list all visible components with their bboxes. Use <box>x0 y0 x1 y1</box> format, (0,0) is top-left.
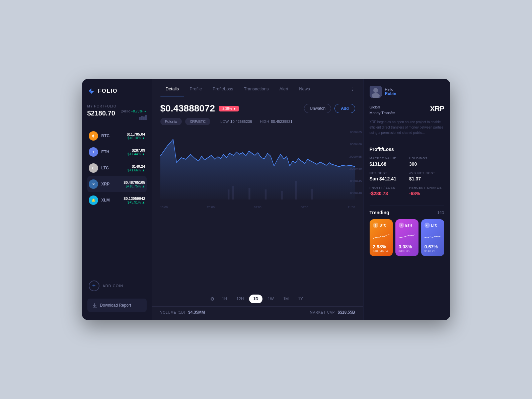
trend-card-ltc[interactable]: Ł LTC 0.67% $140.22 <box>421 219 444 256</box>
ltc-trend-pct: 0.67% <box>425 244 441 249</box>
btc-name: BTC <box>101 134 110 138</box>
profit-loss-value: -$280.73 <box>370 191 405 196</box>
download-icon <box>92 303 97 308</box>
x-label-2: 20:00 <box>207 206 215 209</box>
ltc-trend-chart <box>425 229 441 243</box>
trend-card-btc[interactable]: ₿ BTC 2.98% $10,646.54 <box>370 219 393 256</box>
tab-details[interactable]: Details <box>160 86 184 96</box>
btc-trend-chart <box>373 229 389 243</box>
sidebar: FOLIO My Portfolio $2180.70 24HR +0.73% … <box>82 79 152 320</box>
chart-area: .0000465 .0000460 .0000455 .0000450 .000… <box>152 129 363 291</box>
xrp-change: $+10.75% ▲ <box>124 184 145 188</box>
ltc-trend-icon: Ł <box>425 223 430 228</box>
time-12h[interactable]: 12H <box>232 295 248 303</box>
nav-bar: Details Profile Profit/Loss Transactions… <box>152 79 363 97</box>
percent-change-label: PERCENT CHANGE <box>409 186 444 189</box>
right-panel: Hello Robin Global Money Transfer XRP XR… <box>363 79 450 320</box>
chart-bar-icon <box>139 114 147 120</box>
logo-icon <box>87 87 95 95</box>
ltc-trend-name: LTC <box>431 224 438 227</box>
time-1w[interactable]: 1W <box>264 295 278 303</box>
coin-item-btc[interactable]: ₿ BTC $11,785.04 $+0.10% ▲ <box>87 128 147 144</box>
coin-item-xlm[interactable]: 🌟 XLM $0.13059942 $+5.91% ▲ <box>87 192 147 208</box>
y-label-6: .0000440 <box>349 191 362 195</box>
percent-change-item: PERCENT CHANGE -68% <box>409 186 444 196</box>
unwatch-button[interactable]: Unwatch <box>304 104 331 113</box>
high-value: $0.45239521 <box>271 119 292 124</box>
net-cost-value: San $412.41 <box>370 176 405 181</box>
svg-rect-5 <box>94 303 95 306</box>
exchange-label[interactable]: Polonix <box>160 118 182 125</box>
price-chart <box>160 129 355 203</box>
xrp-name: XRP <box>101 182 110 186</box>
main-content: Details Profile Profit/Loss Transactions… <box>152 79 363 320</box>
low-value: $0.42585236 <box>230 119 252 124</box>
x-label-3: 01:00 <box>254 206 261 209</box>
profit-loss-section: Profit/Loss MARKET VALUE $131.68 HOLDING… <box>370 147 444 202</box>
avg-net-cost-label: AVG NET COST <box>409 171 444 175</box>
portfolio-value: $2180.70 <box>87 109 115 117</box>
eth-trend-name: ETH <box>405 224 412 227</box>
svg-rect-2 <box>143 116 145 120</box>
eth-trend-pct: 0.08% <box>399 244 415 249</box>
coin-item-xrp[interactable]: ✕ XRP $0.48765105 $+10.75% ▲ <box>87 176 147 192</box>
download-report-button[interactable]: Download Report <box>87 299 147 312</box>
pair-label[interactable]: XRP/BTC <box>185 118 211 125</box>
add-button[interactable]: Add <box>334 104 355 113</box>
eth-trend-val: $309.35 <box>399 249 415 253</box>
profit-loss-item: PROFIT / LOSS -$280.73 <box>370 186 405 196</box>
download-report-label: Download Report <box>100 303 131 308</box>
market-value-value: $131.68 <box>370 161 405 167</box>
user-name: Robin <box>385 91 396 96</box>
nav-more-button[interactable]: ⋮ <box>350 86 355 97</box>
eth-trend-icon: ⟡ <box>399 223 404 228</box>
settings-icon[interactable]: ⚙ <box>208 294 217 304</box>
market-value-label: MARKET VALUE <box>370 157 405 160</box>
tab-alert[interactable]: Alert <box>274 86 294 96</box>
tab-profile[interactable]: Profile <box>184 86 207 96</box>
coin-detail-title: Global Money Transfer <box>370 104 395 115</box>
tab-transactions[interactable]: Transactions <box>239 86 274 96</box>
divider <box>370 206 444 206</box>
avg-net-cost-item: AVG NET COST $1.37 <box>409 171 444 181</box>
portfolio-section: My Portfolio $2180.70 24HR +0.73% ▲ <box>87 104 147 121</box>
xlm-icon: 🌟 <box>89 195 98 205</box>
price-change-value: -2.38% <box>221 107 232 110</box>
tab-news[interactable]: News <box>294 86 315 96</box>
eth-name: ETH <box>101 150 109 154</box>
market-cap-stat: MARKET CAP $$18.55B <box>310 310 355 315</box>
profit-loss-label: PROFIT / LOSS <box>370 186 405 189</box>
net-cost-item: NET COST San $412.41 <box>370 171 405 181</box>
eth-change: $+7.44% ▲ <box>128 152 145 156</box>
time-1h[interactable]: 1H <box>218 295 231 303</box>
market-value-item: MARKET VALUE $131.68 <box>370 157 405 167</box>
ltc-price: $140.24 <box>128 164 145 168</box>
coin-item-ltc[interactable]: Ł LTC $140.24 $+1.66% ▲ <box>87 160 147 176</box>
coin-item-eth[interactable]: ⟡ ETH $287.09 $+7.44% ▲ <box>87 144 147 160</box>
market-cap-label: MARKET CAP <box>310 311 335 314</box>
ltc-icon: Ł <box>89 163 98 173</box>
btc-trend-icon: ₿ <box>373 223 378 228</box>
low-label: LOW <box>220 119 229 124</box>
xrp-logo: XRP <box>430 104 444 113</box>
eth-price: $287.09 <box>128 148 145 152</box>
time-1d[interactable]: 1D <box>249 295 262 303</box>
svg-rect-1 <box>141 116 143 120</box>
time-1y[interactable]: 1Y <box>294 295 307 303</box>
y-label-4: .0000450 <box>349 167 362 170</box>
tab-profit-loss[interactable]: Profit/Loss <box>207 86 238 96</box>
volume-value: $4.35MM <box>188 310 205 315</box>
xrp-icon: ✕ <box>89 179 98 189</box>
x-label-4: 06:00 <box>301 206 308 209</box>
portfolio-label: My Portfolio <box>87 104 147 108</box>
price-section: $0.43888072 -2.38% ▼ Unwatch Add Polonix… <box>152 97 363 129</box>
xlm-change: $+5.91% ▲ <box>124 201 145 204</box>
add-coin-button[interactable]: + ADD COIN <box>87 277 147 295</box>
time-controls: ⚙ 1H 12H 1D 1W 1M 1Y <box>152 291 363 306</box>
y-label-5: .0000445 <box>349 179 362 183</box>
time-1m[interactable]: 1M <box>279 295 293 303</box>
ltc-trend-val: $140.22 <box>425 249 441 253</box>
high-label: HIGH <box>260 119 270 124</box>
trend-card-eth[interactable]: ⟡ ETH 0.08% $309.35 <box>395 219 419 256</box>
avatar-image <box>370 86 382 98</box>
